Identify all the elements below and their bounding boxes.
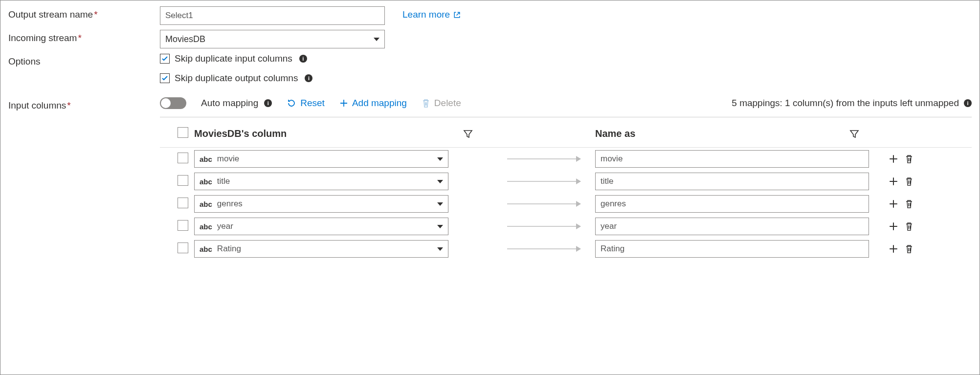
incoming-stream-label: Incoming stream* xyxy=(8,30,160,44)
add-row-button[interactable] xyxy=(889,154,898,164)
source-column-value: Rating xyxy=(217,244,241,254)
source-column-select[interactable]: abc year xyxy=(194,218,448,235)
source-column-value: genres xyxy=(217,199,243,209)
mapping-summary: 5 mappings: 1 column(s) from the inputs … xyxy=(732,98,972,109)
skip-input-label: Skip duplicate input columns xyxy=(175,53,292,64)
table-row: abc title xyxy=(160,170,972,193)
nameas-input[interactable] xyxy=(595,195,869,213)
type-badge: abc xyxy=(200,155,212,163)
reset-button[interactable]: Reset xyxy=(287,98,325,109)
add-row-button[interactable] xyxy=(889,176,898,186)
reset-icon xyxy=(287,98,296,108)
chevron-down-icon xyxy=(437,225,443,228)
chevron-down-icon xyxy=(437,247,443,251)
chevron-down-icon xyxy=(374,38,379,41)
add-row-button[interactable] xyxy=(889,244,898,254)
skip-output-checkbox[interactable] xyxy=(160,73,170,83)
source-column-header: MoviesDB's column xyxy=(194,128,287,139)
table-row: abc year xyxy=(160,215,972,238)
delete-row-button[interactable] xyxy=(904,199,914,209)
info-icon[interactable]: i xyxy=(305,74,312,82)
delete-row-button[interactable] xyxy=(904,221,914,231)
nameas-input[interactable] xyxy=(595,240,869,258)
type-badge: abc xyxy=(200,245,212,253)
info-icon[interactable]: i xyxy=(964,99,972,107)
row-checkbox[interactable] xyxy=(178,175,188,186)
nameas-input[interactable] xyxy=(595,218,869,235)
delete-row-button[interactable] xyxy=(904,154,914,164)
row-checkbox[interactable] xyxy=(178,243,188,253)
auto-mapping-label: Auto mapping i xyxy=(201,98,272,109)
external-link-icon xyxy=(453,11,461,19)
delete-button: Delete xyxy=(422,98,461,109)
skip-output-label: Skip duplicate output columns xyxy=(175,73,298,84)
source-column-value: movie xyxy=(217,154,239,164)
source-column-value: title xyxy=(217,176,230,186)
source-column-select[interactable]: abc movie xyxy=(194,150,448,168)
add-row-button[interactable] xyxy=(889,221,898,231)
chevron-down-icon xyxy=(437,180,443,183)
table-row: abc Rating xyxy=(160,238,972,260)
nameas-input[interactable] xyxy=(595,173,869,190)
info-icon[interactable]: i xyxy=(299,55,307,63)
input-columns-label: Input columns* xyxy=(8,97,160,111)
arrow-icon xyxy=(507,158,580,159)
source-column-select[interactable]: abc Rating xyxy=(194,240,448,258)
arrow-icon xyxy=(507,181,580,182)
chevron-down-icon xyxy=(437,202,443,206)
delete-row-button[interactable] xyxy=(904,176,914,186)
table-row: abc genres xyxy=(160,193,972,215)
arrow-icon xyxy=(507,226,580,227)
options-label: Options xyxy=(8,53,160,67)
arrow-icon xyxy=(507,248,580,249)
row-checkbox[interactable] xyxy=(178,153,188,163)
table-row: abc movie xyxy=(160,148,972,170)
type-badge: abc xyxy=(200,200,212,208)
nameas-input[interactable] xyxy=(595,150,869,168)
incoming-stream-select[interactable]: MoviesDB xyxy=(160,30,385,48)
auto-mapping-toggle[interactable] xyxy=(160,97,186,109)
filter-icon[interactable] xyxy=(849,129,859,139)
select-all-checkbox[interactable] xyxy=(178,127,188,138)
type-badge: abc xyxy=(200,222,212,231)
learn-more-link[interactable]: Learn more xyxy=(402,6,461,20)
source-column-value: year xyxy=(217,221,233,231)
type-badge: abc xyxy=(200,177,212,186)
info-icon[interactable]: i xyxy=(264,99,272,107)
arrow-icon xyxy=(507,203,580,204)
add-mapping-button[interactable]: Add mapping xyxy=(339,98,407,109)
add-row-button[interactable] xyxy=(889,199,898,209)
skip-input-checkbox[interactable] xyxy=(160,54,170,64)
plus-icon xyxy=(339,99,348,108)
output-stream-input[interactable] xyxy=(160,6,385,25)
trash-icon xyxy=(422,98,430,108)
output-stream-label: Output stream name* xyxy=(8,6,160,20)
source-column-select[interactable]: abc genres xyxy=(194,195,448,213)
nameas-column-header: Name as xyxy=(595,128,635,139)
filter-icon[interactable] xyxy=(463,129,473,139)
row-checkbox[interactable] xyxy=(178,198,188,208)
delete-row-button[interactable] xyxy=(904,244,914,254)
row-checkbox[interactable] xyxy=(178,220,188,231)
source-column-select[interactable]: abc title xyxy=(194,173,448,190)
chevron-down-icon xyxy=(437,157,443,161)
